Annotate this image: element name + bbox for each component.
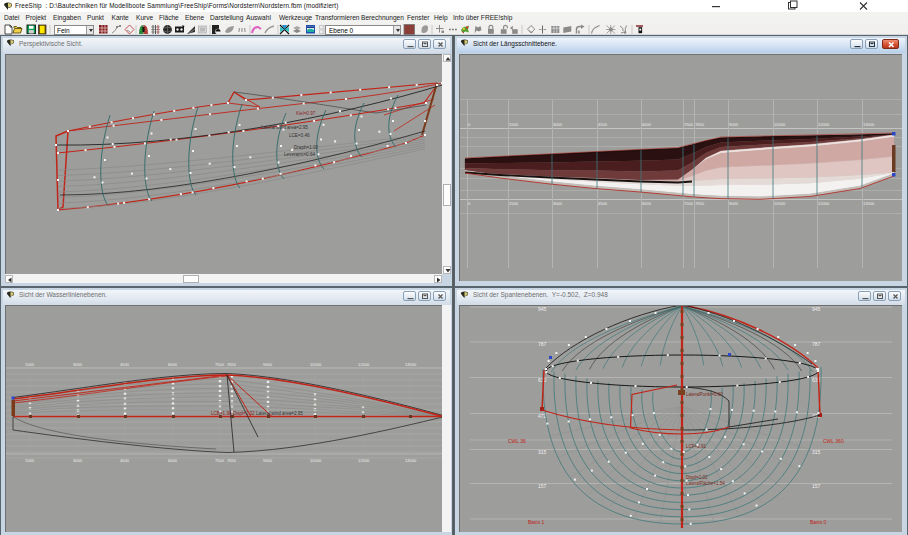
svg-text:CWL 36: CWL 36 xyxy=(508,438,526,444)
svg-text:10500: 10500 xyxy=(774,201,786,206)
svg-text:LCF=2.91: LCF=2.91 xyxy=(686,444,706,449)
svg-text:10500: 10500 xyxy=(310,362,322,367)
svg-text:945: 945 xyxy=(538,306,547,312)
svg-text:7650: 7650 xyxy=(227,362,237,367)
svg-text:13500: 13500 xyxy=(405,458,417,463)
svg-text:Basis 1: Basis 1 xyxy=(528,519,545,525)
svg-text:6000: 6000 xyxy=(168,458,178,463)
svg-text:1500: 1500 xyxy=(509,201,519,206)
svg-text:4500: 4500 xyxy=(120,458,130,463)
svg-text:7650: 7650 xyxy=(227,458,237,463)
svg-text:157: 157 xyxy=(538,483,547,489)
svg-text:13500: 13500 xyxy=(863,201,875,206)
svg-text:Basis 0: Basis 0 xyxy=(810,519,827,525)
svg-text:12000: 12000 xyxy=(358,458,370,463)
svg-text:12000: 12000 xyxy=(818,201,830,206)
svg-text:13500: 13500 xyxy=(863,122,875,127)
svg-text:787: 787 xyxy=(538,341,547,347)
svg-text:315: 315 xyxy=(538,449,547,455)
svg-text:7500: 7500 xyxy=(684,201,694,206)
svg-text:3000: 3000 xyxy=(73,362,83,367)
svg-text:LateralPunkt=0.60: LateralPunkt=0.60 xyxy=(686,392,723,397)
svg-text:10500: 10500 xyxy=(774,122,786,127)
svg-text:Lateral wind area=2.95: Lateral wind area=2.95 xyxy=(261,125,308,130)
svg-text:Leverarm=0.64: Leverarm=0.64 xyxy=(284,152,315,157)
svg-text:9000: 9000 xyxy=(263,458,273,463)
svg-text:1500: 1500 xyxy=(25,362,35,367)
svg-text:LCE=3.46: LCE=3.46 xyxy=(289,133,310,138)
svg-text:4500: 4500 xyxy=(598,201,608,206)
svg-text:CWL 360: CWL 360 xyxy=(823,438,844,444)
svg-text:12000: 12000 xyxy=(818,122,830,127)
svg-text:1500: 1500 xyxy=(509,122,519,127)
svg-text:6000: 6000 xyxy=(168,362,178,367)
svg-text:7500: 7500 xyxy=(215,458,225,463)
svg-text:10500: 10500 xyxy=(310,458,322,463)
svg-text:0: 0 xyxy=(468,201,471,206)
svg-text:12000: 12000 xyxy=(358,362,370,367)
svg-text:6000: 6000 xyxy=(642,201,652,206)
svg-text:7500: 7500 xyxy=(684,122,694,127)
svg-text:9000: 9000 xyxy=(729,122,739,127)
svg-text:315: 315 xyxy=(812,449,821,455)
svg-text:1500: 1500 xyxy=(25,458,35,463)
svg-text:Kiel=0.97: Kiel=0.97 xyxy=(296,111,316,116)
svg-text:157: 157 xyxy=(812,483,821,489)
svg-text:3000: 3000 xyxy=(553,201,563,206)
svg-text:3000: 3000 xyxy=(73,458,83,463)
svg-text:6000: 6000 xyxy=(642,122,652,127)
svg-text:LateralFläche=1.54: LateralFläche=1.54 xyxy=(686,481,725,486)
svg-text:9000: 9000 xyxy=(263,362,273,367)
svg-text:Lateral wind area=2.95: Lateral wind area=2.95 xyxy=(256,411,303,416)
svg-text:787: 787 xyxy=(812,341,821,347)
svg-text:Displ=1.02: Displ=1.02 xyxy=(686,475,708,480)
svg-text:13500: 13500 xyxy=(405,362,417,367)
svg-text:Draph=1.00: Draph=1.00 xyxy=(294,145,319,150)
svg-text:0: 0 xyxy=(468,122,471,127)
svg-text:7500: 7500 xyxy=(215,362,225,367)
svg-text:630: 630 xyxy=(538,377,547,383)
svg-text:9000: 9000 xyxy=(729,201,739,206)
svg-text:4500: 4500 xyxy=(120,362,130,367)
svg-text:945: 945 xyxy=(812,306,821,312)
svg-text:7650: 7650 xyxy=(695,201,705,206)
svg-text:7650: 7650 xyxy=(695,122,705,127)
svg-text:3000: 3000 xyxy=(553,122,563,127)
svg-text:LCB=1.98 Displ=1.02: LCB=1.98 Displ=1.02 xyxy=(211,411,255,416)
svg-text:4500: 4500 xyxy=(598,122,608,127)
